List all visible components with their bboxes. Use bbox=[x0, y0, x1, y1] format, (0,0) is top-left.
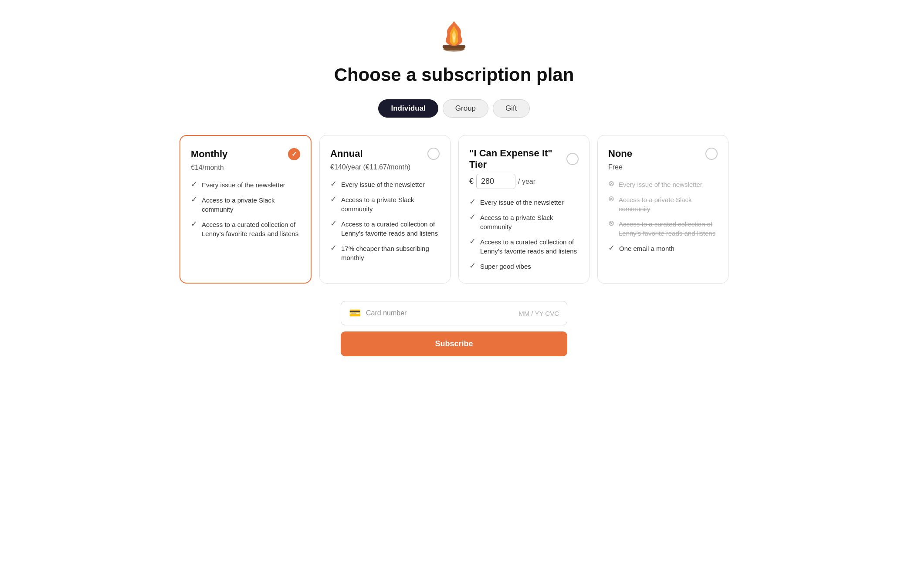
feature-item: ✓ Super good vibes bbox=[469, 262, 579, 271]
feature-text: Super good vibes bbox=[480, 262, 531, 271]
feature-text: Every issue of the newsletter bbox=[202, 180, 285, 189]
feature-text: Access to a private Slack community bbox=[341, 195, 440, 213]
feature-item: ✓ Access to a private Slack community bbox=[469, 213, 579, 231]
plan-name-none: None bbox=[608, 148, 632, 159]
feature-text: Every issue of the newsletter bbox=[341, 180, 425, 189]
plan-name-monthly: Monthly bbox=[191, 149, 227, 160]
plan-price-monthly: €14/month bbox=[191, 164, 300, 172]
check-icon: ✓ bbox=[469, 213, 476, 221]
feature-list-none: ⊗ Every issue of the newsletter ⊗ Access… bbox=[608, 180, 718, 271]
feature-list-expense: ✓ Every issue of the newsletter ✓ Access… bbox=[469, 198, 579, 271]
feature-text: 17% cheaper than subscribing monthly bbox=[341, 244, 440, 262]
feature-text: Access to a curated collection of Lenny'… bbox=[480, 237, 579, 256]
card-expiry-cvc: MM / YY CVC bbox=[518, 310, 559, 317]
credit-card-icon: 💳 bbox=[349, 308, 361, 319]
check-icon: ✓ bbox=[469, 237, 476, 245]
feature-text: Every issue of the newsletter bbox=[619, 180, 702, 189]
feature-text: Access to a curated collection of Lenny'… bbox=[619, 220, 718, 238]
feature-item: ✓ Access to a private Slack community bbox=[330, 195, 440, 213]
cross-icon: ⊗ bbox=[608, 220, 614, 227]
feature-item: ✓ Access to a curated collection of Lenn… bbox=[191, 220, 300, 238]
feature-item: ✓ Access to a private Slack community bbox=[191, 196, 300, 214]
feature-item: ⊗ Every issue of the newsletter bbox=[608, 180, 718, 189]
radio-expense[interactable] bbox=[566, 153, 579, 165]
expense-amount-input[interactable] bbox=[476, 174, 515, 189]
feature-list-monthly: ✓ Every issue of the newsletter ✓ Access… bbox=[191, 180, 300, 270]
tab-gift[interactable]: Gift bbox=[493, 99, 529, 118]
logo bbox=[439, 17, 469, 54]
check-icon: ✓ bbox=[191, 196, 197, 203]
check-icon: ✓ bbox=[608, 244, 615, 252]
per-year-label: / year bbox=[518, 178, 535, 186]
check-icon: ✓ bbox=[191, 220, 197, 228]
check-icon: ✓ bbox=[469, 198, 476, 206]
page-title: Choose a subscription plan bbox=[334, 64, 574, 85]
radio-annual[interactable] bbox=[427, 148, 440, 160]
plan-card-none[interactable]: None Free ⊗ Every issue of the newslette… bbox=[597, 135, 728, 284]
feature-text: Access to a private Slack community bbox=[480, 213, 579, 231]
feature-item: ✓ Access to a curated collection of Lenn… bbox=[469, 237, 579, 256]
cross-icon: ⊗ bbox=[608, 195, 614, 203]
card-number-placeholder: Card number bbox=[366, 309, 513, 317]
plan-card-monthly[interactable]: Monthly €14/month ✓ Every issue of the n… bbox=[180, 135, 312, 284]
tab-group: Individual Group Gift bbox=[378, 99, 529, 118]
radio-monthly[interactable] bbox=[288, 148, 300, 160]
payment-section: 💳 Card number MM / YY CVC Subscribe bbox=[341, 301, 567, 356]
feature-text: One email a month bbox=[619, 244, 674, 253]
plan-card-expense[interactable]: "I Can Expense It" Tier € / year ✓ Every… bbox=[458, 135, 590, 284]
plan-price-none: Free bbox=[608, 163, 718, 171]
plan-name-annual: Annual bbox=[330, 148, 363, 159]
plans-container: Monthly €14/month ✓ Every issue of the n… bbox=[180, 135, 728, 284]
check-icon: ✓ bbox=[330, 195, 337, 203]
check-icon: ✓ bbox=[330, 244, 337, 252]
feature-item: ✓ Access to a curated collection of Lenn… bbox=[330, 220, 440, 238]
feature-item: ✓ Every issue of the newsletter bbox=[191, 180, 300, 189]
feature-text: Access to a curated collection of Lenny'… bbox=[202, 220, 300, 238]
feature-item: ✓ 17% cheaper than subscribing monthly bbox=[330, 244, 440, 262]
subscribe-button[interactable]: Subscribe bbox=[341, 331, 567, 356]
tab-group[interactable]: Group bbox=[443, 99, 488, 118]
feature-item: ✓ Every issue of the newsletter bbox=[469, 198, 579, 207]
check-icon: ✓ bbox=[330, 220, 337, 227]
feature-text: Every issue of the newsletter bbox=[480, 198, 564, 207]
check-icon: ✓ bbox=[469, 262, 476, 270]
plan-card-annual[interactable]: Annual €140/year (€11.67/month) ✓ Every … bbox=[319, 135, 451, 284]
feature-list-annual: ✓ Every issue of the newsletter ✓ Access… bbox=[330, 180, 440, 271]
tab-individual[interactable]: Individual bbox=[378, 99, 438, 118]
expense-price-row: € / year bbox=[469, 174, 579, 189]
radio-none[interactable] bbox=[705, 148, 718, 160]
currency-label: € bbox=[469, 177, 474, 186]
feature-item: ✓ Every issue of the newsletter bbox=[330, 180, 440, 189]
plan-name-expense: "I Can Expense It" Tier bbox=[469, 148, 566, 170]
feature-text: Access to a private Slack community bbox=[619, 195, 718, 213]
check-icon: ✓ bbox=[191, 180, 197, 188]
feature-text: Access to a curated collection of Lenny'… bbox=[341, 220, 440, 238]
feature-item: ⊗ Access to a private Slack community bbox=[608, 195, 718, 213]
feature-text: Access to a private Slack community bbox=[202, 196, 300, 214]
card-input-row[interactable]: 💳 Card number MM / YY CVC bbox=[341, 301, 567, 325]
feature-item: ✓ One email a month bbox=[608, 244, 718, 253]
plan-price-annual: €140/year (€11.67/month) bbox=[330, 163, 440, 171]
check-icon: ✓ bbox=[330, 180, 337, 188]
feature-item: ⊗ Access to a curated collection of Lenn… bbox=[608, 220, 718, 238]
cross-icon: ⊗ bbox=[608, 180, 614, 187]
